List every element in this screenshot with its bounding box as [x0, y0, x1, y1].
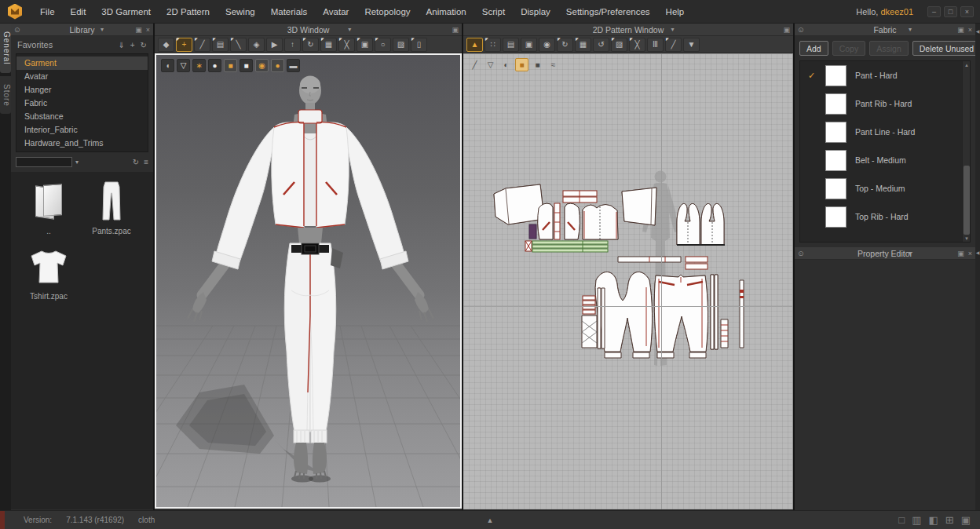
chevron-down-icon[interactable]: ▾: [909, 26, 912, 33]
collapse-panel-icon[interactable]: ◀: [975, 246, 980, 257]
library-item-hanger[interactable]: Hanger: [16, 83, 148, 97]
orange-fabric-toggle[interactable]: ■: [224, 59, 237, 72]
fabric-row-top-medium[interactable]: Top - Medium: [800, 174, 970, 202]
fabric-swatch[interactable]: [825, 122, 847, 143]
steam-press-button[interactable]: ▣: [357, 38, 373, 52]
library-item-interior-fabric[interactable]: Interior_Fabric: [16, 123, 148, 137]
chevron-down-icon[interactable]: ▾: [909, 250, 912, 257]
edit-sewing-button[interactable]: ╲: [230, 38, 247, 52]
close-button[interactable]: ×: [960, 6, 974, 17]
pin-icon[interactable]: ⊙: [798, 250, 804, 257]
fabric-swatch[interactable]: [825, 150, 847, 171]
orange-swatch-toggle[interactable]: ■: [515, 58, 528, 71]
pin-icon[interactable]: ⊙: [798, 26, 804, 34]
chevron-down-icon[interactable]: ▾: [101, 26, 104, 33]
close-panel-icon[interactable]: ×: [968, 26, 972, 34]
menu-animation[interactable]: Animation: [419, 0, 474, 24]
close-panel-icon[interactable]: ×: [146, 26, 150, 34]
transform-pattern-button[interactable]: ▲: [466, 38, 483, 52]
scroll-down-icon[interactable]: ▼: [963, 235, 971, 242]
select-move-button[interactable]: +: [176, 38, 192, 52]
fabric-swatch[interactable]: [825, 206, 847, 228]
3d-viewport[interactable]: ◖ ▽ ∗ ● ■ ■ ◉ ● ▬: [155, 53, 462, 509]
show-garment-button[interactable]: ▼: [683, 38, 700, 52]
gizmo-button[interactable]: ○: [375, 38, 391, 52]
fabric-swatch[interactable]: [825, 93, 847, 115]
simulate-button[interactable]: ◆: [158, 38, 174, 52]
reset-arrange-button[interactable]: ↻: [302, 38, 319, 52]
wig-toggle[interactable]: ◖: [161, 59, 174, 72]
username[interactable]: dkeez01: [880, 7, 913, 16]
pen-toggle[interactable]: ╱: [468, 58, 481, 71]
scroll-up-icon[interactable]: ▲: [963, 61, 971, 68]
menu-edit[interactable]: Edit: [63, 0, 94, 24]
sewing-button[interactable]: ▨: [611, 38, 627, 52]
top-patterns[interactable]: [677, 203, 725, 245]
collapse-panel-icon[interactable]: ◀: [975, 25, 980, 36]
trace-button[interactable]: ▤: [503, 38, 519, 52]
expand-statusbar-icon[interactable]: ▲: [487, 516, 494, 524]
grid-arrange-button[interactable]: ▦: [320, 38, 337, 52]
orange-head-toggle[interactable]: ◉: [255, 59, 269, 72]
library-item-avatar[interactable]: Avatar: [16, 70, 148, 83]
menu-help[interactable]: Help: [658, 0, 693, 24]
download-icon[interactable]: ⇓: [118, 41, 124, 49]
library-item-hardware-and-trims[interactable]: Hardware_and_Trims: [16, 137, 148, 150]
pin-button[interactable]: ╳: [338, 38, 355, 52]
menu-file[interactable]: File: [32, 0, 63, 24]
chevron-down-icon[interactable]: ▾: [348, 26, 351, 33]
menu-script[interactable]: Script: [474, 0, 513, 24]
jacket-patterns[interactable]: [494, 184, 656, 252]
menu-sewing[interactable]: Sewing: [218, 0, 263, 24]
library-item-fabric[interactable]: Fabric: [16, 97, 148, 110]
edit-pattern-button[interactable]: ∷: [485, 38, 501, 52]
layout-split-icon[interactable]: ▥: [912, 514, 921, 526]
menu-retopology[interactable]: Retopology: [357, 0, 418, 24]
folder-up-item[interactable]: ..: [17, 180, 80, 235]
edit-texture-button[interactable]: ▣: [521, 38, 537, 52]
gray-swatch-toggle[interactable]: ■: [531, 58, 544, 71]
fabric-row-pant-hard[interactable]: ✓ Pant - Hard: [800, 61, 970, 89]
menu-avatar[interactable]: Avatar: [315, 0, 357, 24]
library-item-substance[interactable]: Substance: [16, 110, 148, 123]
2d-viewport[interactable]: ╱ ▽ ◐ ■ ■ ≈: [463, 53, 793, 509]
orange-ball-toggle[interactable]: ●: [271, 59, 284, 72]
close-panel-icon[interactable]: ×: [968, 250, 972, 257]
flip-pattern-button[interactable]: ↻: [557, 38, 573, 52]
app-logo-icon[interactable]: [7, 4, 23, 20]
fabric-pin-toggle[interactable]: ▽: [484, 58, 497, 71]
shirt-toggle[interactable]: ▽: [177, 59, 190, 72]
library-item-garment[interactable]: Garment: [16, 57, 148, 70]
menu-3d-garment[interactable]: 3D Garment: [93, 0, 159, 24]
refresh-icon[interactable]: ↻: [133, 158, 139, 166]
restore-button[interactable]: □: [944, 6, 957, 17]
pants[interactable]: [284, 243, 343, 443]
internal-line-button[interactable]: Ⅲ: [647, 38, 664, 52]
pants-zpac-item[interactable]: Pants.zpac: [80, 180, 143, 235]
menu-display[interactable]: Display: [513, 0, 558, 24]
search-input[interactable]: [16, 157, 72, 167]
add-fabric-button[interactable]: Add: [799, 41, 828, 56]
pen-button[interactable]: ╱: [665, 38, 682, 52]
layout-single-icon[interactable]: □: [898, 514, 905, 526]
tshirt-zpac-item[interactable]: Tshirt.zpac: [17, 245, 80, 301]
float-panel-icon[interactable]: ▣: [452, 26, 459, 34]
assign-fabric-button[interactable]: Assign: [869, 41, 909, 56]
copy-fabric-button[interactable]: Copy: [832, 41, 866, 56]
tack-button[interactable]: ╳: [629, 38, 645, 52]
select-garment-button[interactable]: ▤: [212, 38, 229, 52]
grading-button[interactable]: ▦: [575, 38, 591, 52]
bust-toggle[interactable]: ●: [208, 59, 221, 72]
add-icon[interactable]: +: [130, 41, 135, 49]
minimize-button[interactable]: –: [927, 6, 941, 17]
fabric-row-belt-medium[interactable]: Belt - Medium: [800, 146, 970, 174]
float-panel-icon[interactable]: ▣: [957, 26, 964, 34]
search-dropdown-icon[interactable]: ▾: [75, 159, 93, 166]
tab-general[interactable]: General: [0, 24, 11, 73]
menu-materials[interactable]: Materials: [263, 0, 316, 24]
measure-button[interactable]: ▯: [411, 38, 427, 52]
layout-preview-icon[interactable]: ▣: [961, 514, 971, 526]
edit-curvature-button[interactable]: ↺: [593, 38, 609, 52]
refresh-icon[interactable]: ↻: [141, 41, 147, 49]
drag-button[interactable]: ▶: [266, 38, 283, 52]
